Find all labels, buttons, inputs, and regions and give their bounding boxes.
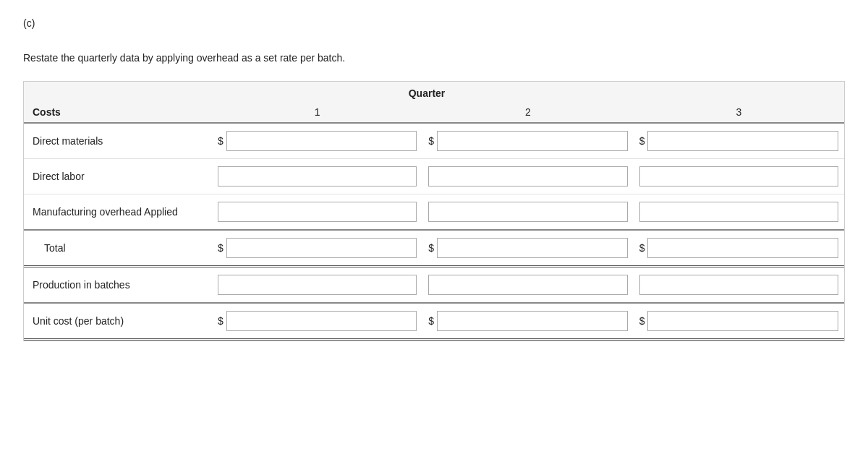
direct-labor-row: Direct labor [24,159,844,194]
unit-cost-col3-cell: $ [634,311,844,331]
total-col1-cell: $ [212,238,422,258]
col1-header: 1 [212,102,422,118]
costs-column-header: Costs [24,102,212,118]
currency-sign-dm-3: $ [639,135,645,147]
production-batches-row: Production in batches [24,267,844,304]
mfg-overhead-row: Manufacturing overhead Applied [24,194,844,231]
total-col3-cell: $ [634,238,844,258]
currency-sign-total-2: $ [428,242,434,254]
currency-sign-unit-2: $ [428,315,434,327]
total-row: Total $ $ $ [24,231,844,267]
mfg-overhead-col2-input[interactable] [428,202,627,222]
currency-sign-total-3: $ [639,242,645,254]
total-col2-input[interactable] [437,238,628,258]
mfg-overhead-col3-input[interactable] [639,202,838,222]
unit-cost-row: Unit cost (per batch) $ $ $ [24,304,844,340]
currency-sign-dm-1: $ [218,135,224,147]
unit-cost-col2-input[interactable] [437,311,628,331]
total-col3-input[interactable] [647,238,838,258]
direct-materials-label: Direct materials [24,135,212,147]
direct-materials-row: Direct materials $ $ $ [24,124,844,159]
production-batches-col3-cell [634,275,844,295]
direct-labor-col1-cell [212,166,422,187]
currency-sign-total-1: $ [218,242,224,254]
col3-header: 3 [634,102,844,118]
instruction-text: Restate the quarterly data by applying o… [23,52,845,64]
total-col2-cell: $ [422,238,633,258]
production-batches-col1-cell [212,275,422,295]
quarter-header-row: Quarter [24,82,844,102]
quarter-label: Quarter [24,87,844,99]
direct-labor-col2-input[interactable] [428,166,627,187]
unit-cost-col2-cell: $ [422,311,633,331]
column-headers-row: Costs 1 2 3 [24,102,844,124]
mfg-overhead-col3-cell [634,202,844,222]
production-batches-col2-cell [422,275,633,295]
direct-materials-col1-cell: $ [212,131,422,151]
mfg-overhead-col1-input[interactable] [218,202,417,222]
currency-sign-unit-1: $ [218,315,224,327]
production-batches-col3-input[interactable] [639,275,838,295]
currency-sign-unit-3: $ [639,315,645,327]
mfg-overhead-col2-cell [422,202,633,222]
direct-materials-col2-input[interactable] [437,131,628,151]
direct-labor-label: Direct labor [24,171,212,182]
col2-header: 2 [422,102,633,118]
direct-materials-col3-cell: $ [634,131,844,151]
direct-labor-col3-input[interactable] [639,166,838,187]
unit-cost-label: Unit cost (per batch) [24,315,212,327]
unit-cost-col3-input[interactable] [647,311,838,331]
production-batches-col1-input[interactable] [218,275,417,295]
direct-labor-col2-cell [422,166,633,187]
direct-labor-col3-cell [634,166,844,187]
total-label: Total [24,242,212,254]
unit-cost-col1-cell: $ [212,311,422,331]
total-col1-input[interactable] [226,238,417,258]
mfg-overhead-col1-cell [212,202,422,222]
mfg-overhead-label: Manufacturing overhead Applied [24,206,212,218]
production-batches-col2-input[interactable] [428,275,627,295]
direct-materials-col2-cell: $ [422,131,633,151]
production-batches-label: Production in batches [24,279,212,291]
currency-sign-dm-2: $ [428,135,434,147]
unit-cost-col1-input[interactable] [226,311,417,331]
data-table: Quarter Costs 1 2 3 Direct materials $ $… [23,81,845,341]
direct-materials-col3-input[interactable] [647,131,838,151]
direct-labor-col1-input[interactable] [218,166,417,187]
section-label: (c) [23,17,845,29]
direct-materials-col1-input[interactable] [226,131,417,151]
